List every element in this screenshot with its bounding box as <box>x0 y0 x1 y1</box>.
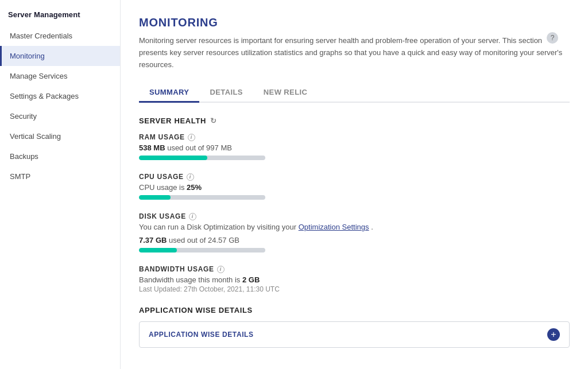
disk-note: You can run a Disk Optimization by visit… <box>139 223 570 231</box>
sidebar: Server Management Master CredentialsMoni… <box>0 0 121 369</box>
disk-usage-value: 7.37 GB used out of 24.57 GB <box>139 236 570 244</box>
cpu-info-icon[interactable]: i <box>187 173 194 181</box>
sidebar-item-backups[interactable]: Backups <box>0 146 120 166</box>
bandwidth-updated: Last Updated: 27th October, 2021, 11:30 … <box>139 285 570 293</box>
bandwidth-usage-block: BANDWIDTH USAGE i Bandwidth usage this m… <box>139 265 570 293</box>
bandwidth-info-icon[interactable]: i <box>217 266 225 273</box>
sidebar-item-master-credentials[interactable]: Master Credentials <box>0 26 120 46</box>
app-wise-bar-label: APPLICATION WISE DETAILS <box>149 331 254 339</box>
app-wise-bar[interactable]: APPLICATION WISE DETAILS + <box>139 321 570 348</box>
server-health-heading: SERVER HEALTH ↻ <box>139 116 570 125</box>
tab-details[interactable]: DETAILS <box>199 83 253 103</box>
help-icon[interactable]: ? <box>547 32 558 44</box>
page-title: MONITORING <box>139 16 570 29</box>
ram-info-icon[interactable]: i <box>188 134 195 141</box>
sidebar-item-settings-packages[interactable]: Settings & Packages <box>0 86 120 106</box>
disk-progress-bar <box>139 248 265 253</box>
cpu-usage-label: CPU USAGE i <box>139 173 570 181</box>
tab-summary[interactable]: SUMMARY <box>139 83 199 103</box>
sidebar-item-monitoring[interactable]: Monitoring <box>0 46 120 66</box>
app-wise-heading: APPLICATION WISE DETAILS <box>139 306 570 314</box>
sidebar-item-security[interactable]: Security <box>0 106 120 126</box>
sidebar-item-manage-services[interactable]: Manage Services <box>0 66 120 86</box>
cpu-progress-bar <box>139 195 265 200</box>
bandwidth-text: Bandwidth usage this month is 2 GB <box>139 275 570 284</box>
sidebar-item-vertical-scaling[interactable]: Vertical Scaling <box>0 126 120 146</box>
sidebar-title: Server Management <box>0 6 120 26</box>
bandwidth-usage-label: BANDWIDTH USAGE i <box>139 265 570 273</box>
ram-usage-block: RAM USAGE i 538 MB used out of 997 MB <box>139 133 570 160</box>
disk-usage-label: DISK USAGE i <box>139 212 570 220</box>
cpu-usage-value: CPU usage is 25% <box>139 183 570 192</box>
ram-usage-label: RAM USAGE i <box>139 133 570 141</box>
sidebar-item-smtp[interactable]: SMTP <box>0 166 120 187</box>
refresh-icon[interactable]: ↻ <box>210 117 218 125</box>
disk-info-icon[interactable]: i <box>189 213 196 220</box>
app-wise-expand-icon[interactable]: + <box>547 328 560 341</box>
main-content: MONITORING ? Monitoring server resources… <box>121 0 588 369</box>
optimization-settings-link[interactable]: Optimization Settings <box>299 223 369 231</box>
page-description: Monitoring server resources is important… <box>139 35 570 71</box>
tab-new-relic[interactable]: NEW RELIC <box>253 83 318 103</box>
cpu-usage-block: CPU USAGE i CPU usage is 25% <box>139 173 570 200</box>
disk-usage-block: DISK USAGE i You can run a Disk Optimiza… <box>139 212 570 253</box>
ram-progress-bar <box>139 156 265 160</box>
tabs: SUMMARYDETAILSNEW RELIC <box>139 83 570 103</box>
ram-usage-value: 538 MB used out of 997 MB <box>139 143 570 152</box>
